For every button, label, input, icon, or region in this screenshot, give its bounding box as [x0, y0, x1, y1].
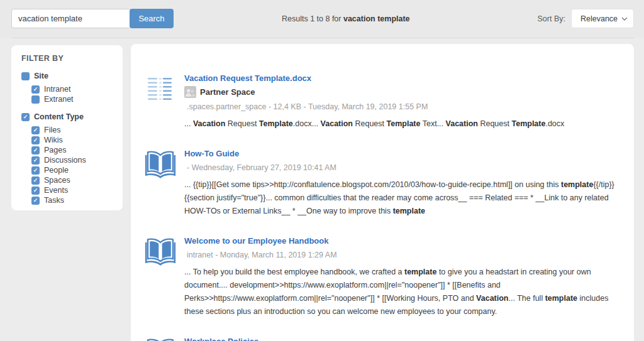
result-title-link[interactable]: Welcome to our Employee Handbook	[184, 236, 328, 246]
search-header: Search Results 1 to 8 for vacation templ…	[0, 0, 644, 38]
checkbox-icon[interactable]	[31, 156, 40, 165]
sort-select-value: Relevance	[580, 14, 618, 23]
results-summary: Results 1 to 8 for vacation template	[282, 14, 410, 23]
filter-option-label: Spaces	[44, 176, 70, 185]
checkbox-icon[interactable]	[21, 72, 30, 80]
result-meta: intranet - Monday, March 11, 2019 1:29 A…	[187, 251, 619, 259]
checkbox-icon[interactable]	[31, 176, 40, 185]
results-list: Vacation Request Template.docx Partner S…	[145, 72, 619, 341]
filter-option-spaces[interactable]: Spaces	[31, 176, 114, 185]
checkbox-icon[interactable]	[31, 187, 40, 195]
filter-option-extranet[interactable]: Extranet	[31, 95, 114, 104]
result-excerpt: ... {{tip}}[[Get some tips>>http://confl…	[184, 178, 619, 218]
filter-option-wikis[interactable]: Wikis	[31, 136, 114, 144]
filter-option-files[interactable]: Files	[31, 126, 114, 134]
checkbox-icon[interactable]	[31, 85, 40, 94]
result-meta: .spaces.partner_space - 12,4 KB - Tuesda…	[187, 102, 564, 111]
filter-group-site[interactable]: Site	[21, 72, 114, 80]
result-body: Welcome to our Employee Handbook intrane…	[184, 235, 619, 318]
checkbox-icon[interactable]	[31, 197, 40, 205]
space-name: Partner Space	[200, 87, 255, 97]
results-summary-prefix: Results 1 to 8 for	[282, 14, 343, 23]
search-result: Vacation Request Template.docx Partner S…	[145, 72, 619, 131]
filter-option-label: Discussions	[44, 156, 86, 165]
filter-group-label: Content Type	[34, 112, 84, 121]
filter-option-label: Intranet	[44, 85, 70, 94]
document-preview-icon	[145, 73, 176, 104]
search-result: Welcome to our Employee Handbook intrane…	[145, 235, 619, 318]
checkbox-icon[interactable]	[21, 113, 30, 121]
filter-option-label: Events	[44, 186, 68, 195]
filter-option-label: Pages	[44, 146, 66, 154]
search-button[interactable]: Search	[130, 9, 174, 28]
filter-option-discussions[interactable]: Discussions	[31, 156, 114, 165]
sort-select[interactable]: Relevance	[571, 9, 634, 28]
filter-option-events[interactable]: Events	[31, 186, 114, 195]
result-space: Partner Space	[184, 86, 564, 98]
result-excerpt: ... Vacation Request Template.docx... Va…	[184, 117, 564, 131]
filter-group-options: Files Wikis Pages Discussions People Spa…	[31, 126, 114, 205]
result-body: Workplace Policies intranet - Monday, Ma…	[184, 335, 337, 341]
book-icon	[145, 149, 176, 179]
chevron-down-icon	[621, 17, 628, 21]
result-meta: - Wednesday, February 27, 2019 10:41 AM	[187, 163, 619, 172]
filter-option-people[interactable]: People	[31, 166, 114, 175]
filter-option-label: People	[44, 166, 69, 175]
filter-option-label: Files	[44, 126, 60, 134]
search-input[interactable]	[11, 9, 130, 28]
result-excerpt: ... To help you build the best employee …	[184, 266, 619, 318]
result-body: Vacation Request Template.docx Partner S…	[184, 72, 564, 131]
result-title-link[interactable]: How-To Guide	[184, 149, 239, 158]
filter-group-options: Intranet Extranet	[31, 85, 114, 104]
search-result: How-To Guide - Wednesday, February 27, 2…	[145, 148, 619, 218]
sort-controls: Sort By: Relevance	[538, 9, 634, 28]
filter-group-content-type[interactable]: Content Type	[21, 112, 114, 121]
sort-by-label: Sort By:	[538, 14, 565, 23]
results-summary-query: vacation template	[343, 14, 410, 23]
filter-option-label: Extranet	[44, 95, 74, 104]
filter-panel-title: FILTER BY	[21, 54, 114, 63]
filter-option-tasks[interactable]: Tasks	[31, 196, 114, 205]
header-divider	[11, 38, 634, 38]
space-avatar-icon	[184, 86, 196, 98]
filter-option-pages[interactable]: Pages	[31, 146, 114, 154]
filter-option-label: Tasks	[44, 196, 64, 205]
result-body: How-To Guide - Wednesday, February 27, 2…	[184, 148, 619, 218]
search-result: Workplace Policies intranet - Monday, Ma…	[145, 335, 619, 341]
checkbox-icon[interactable]	[31, 126, 40, 134]
book-icon	[145, 337, 176, 341]
filter-group-label: Site	[34, 72, 48, 80]
checkbox-icon[interactable]	[31, 95, 40, 104]
filter-option-intranet[interactable]: Intranet	[31, 85, 114, 94]
filter-panel: FILTER BY Site Intranet Extranet Content…	[11, 45, 123, 210]
filter-groups: Site Intranet Extranet Content Type File…	[21, 72, 114, 205]
checkbox-icon[interactable]	[31, 136, 40, 144]
search-box: Search	[11, 9, 174, 28]
checkbox-icon[interactable]	[31, 146, 40, 154]
filter-option-label: Wikis	[44, 136, 63, 144]
results-panel: Vacation Request Template.docx Partner S…	[131, 44, 634, 341]
result-title-link[interactable]: Workplace Policies	[184, 337, 258, 341]
result-title-link[interactable]: Vacation Request Template.docx	[184, 73, 311, 83]
book-icon	[145, 236, 176, 266]
checkbox-icon[interactable]	[31, 166, 40, 175]
